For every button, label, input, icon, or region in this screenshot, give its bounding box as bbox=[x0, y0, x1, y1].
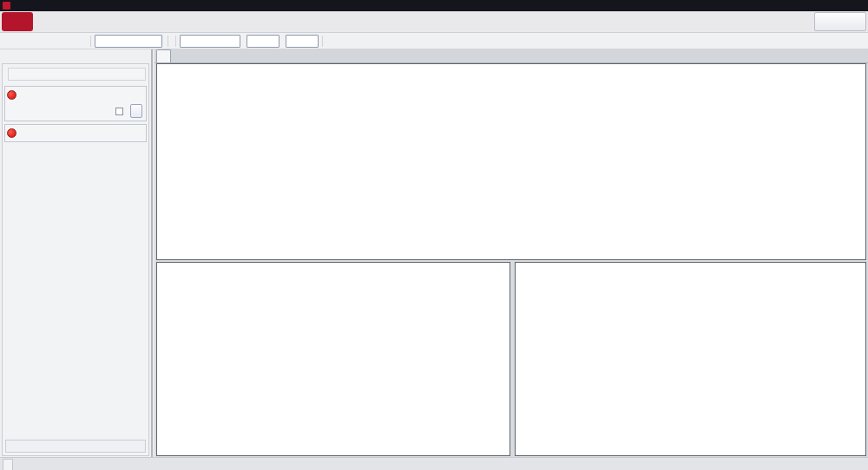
toolbar-separator bbox=[90, 36, 91, 47]
run-log-bar[interactable] bbox=[5, 440, 146, 453]
save-checkbox[interactable] bbox=[115, 108, 123, 115]
channel2-header bbox=[7, 126, 144, 140]
channel1-panel bbox=[4, 86, 147, 121]
toolbar bbox=[0, 33, 868, 49]
channel1-header bbox=[7, 88, 144, 101]
x-scale-dropdown[interactable] bbox=[247, 35, 279, 48]
y-scale-dropdown[interactable] bbox=[286, 35, 319, 48]
main-area bbox=[155, 49, 868, 458]
srs-chart-panel bbox=[156, 63, 866, 260]
acquisition-panel bbox=[2, 63, 149, 456]
toolbar-separator bbox=[175, 36, 176, 47]
channel2-panel bbox=[4, 124, 147, 142]
spectrum-fft-chart[interactable] bbox=[516, 263, 865, 455]
srs-time-chart-panel bbox=[156, 262, 510, 456]
srs-max-pos-neg-chart[interactable] bbox=[157, 64, 865, 259]
tab-srs-analysis[interactable] bbox=[156, 49, 171, 62]
record-icon[interactable] bbox=[7, 128, 16, 138]
chart-grid bbox=[155, 62, 868, 458]
mode-row bbox=[5, 68, 146, 81]
trace-format-dropdown[interactable] bbox=[180, 35, 240, 48]
status-bar bbox=[0, 457, 868, 470]
preset-dropdown[interactable] bbox=[95, 35, 162, 48]
channel-indicator-tab[interactable] bbox=[3, 459, 13, 470]
application-window bbox=[0, 0, 868, 470]
spectrum-chart-panel bbox=[515, 262, 866, 456]
admin-user-button[interactable] bbox=[814, 12, 866, 31]
mode-dropdown[interactable] bbox=[8, 68, 146, 81]
toolbar-separator bbox=[168, 36, 168, 47]
document-tabstrip bbox=[155, 49, 868, 63]
record-icon[interactable] bbox=[7, 90, 16, 100]
app-logo-icon bbox=[3, 2, 10, 10]
title-bar bbox=[0, 0, 868, 11]
control-sidebar bbox=[0, 49, 153, 458]
channel1-footer bbox=[9, 104, 142, 118]
srs-time-chart[interactable] bbox=[157, 263, 510, 455]
toolbar-separator bbox=[322, 36, 323, 47]
recalculate-button[interactable] bbox=[130, 104, 142, 118]
dp-logo bbox=[2, 12, 33, 31]
ribbon bbox=[0, 11, 868, 33]
